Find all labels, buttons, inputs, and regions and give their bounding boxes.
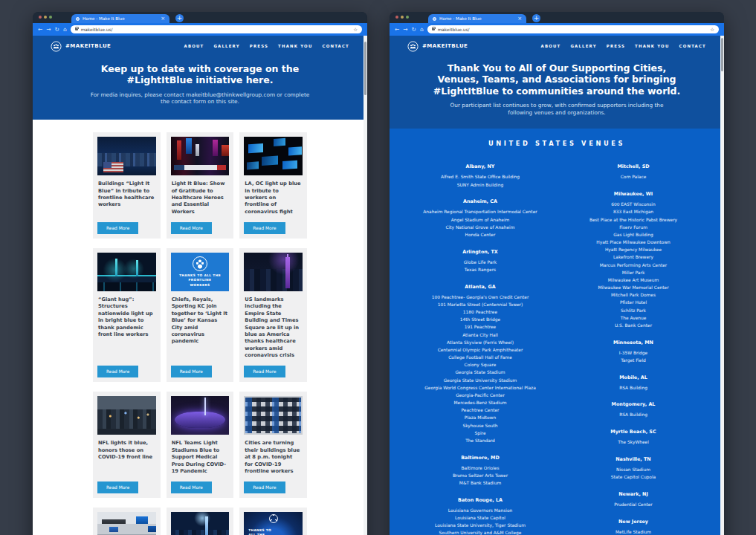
press-card: NYC landmarks to glow blueRead More xyxy=(93,508,161,535)
building-windows-image xyxy=(244,396,303,435)
nav-item-about[interactable]: ABOUT xyxy=(184,44,204,48)
city-group: Albany, NYAlfred E. Smith State Office B… xyxy=(410,163,550,188)
press-card: Light It Blue: Show of Gratitude to Heal… xyxy=(167,132,234,239)
venue-item: The Avenue xyxy=(563,316,703,322)
venue-item: Nissan Stadium xyxy=(563,467,703,473)
nav-item-gallery[interactable]: GALLERY xyxy=(570,44,596,48)
press-hero: Keep up to date with coverage on the #Li… xyxy=(33,56,367,120)
new-tab-button[interactable]: + xyxy=(175,14,184,22)
read-more-button[interactable]: Read More xyxy=(97,366,138,377)
frontline-workers-badge-icon xyxy=(193,256,207,271)
read-more-button[interactable]: Read More xyxy=(97,222,138,234)
city-name: Baton Rouge, LA xyxy=(410,497,550,503)
close-window-icon[interactable] xyxy=(395,16,398,19)
venue-item: Bromo Seltzer Arts Tower xyxy=(410,473,550,479)
new-tab-button[interactable]: + xyxy=(532,14,540,22)
home-icon[interactable]: ⌂ xyxy=(63,27,67,33)
venue-item: Southern University and A&M College xyxy=(410,531,550,535)
address-bar[interactable]: makeitblue.us/ ☆ xyxy=(427,25,719,33)
scrollbar-thumb[interactable] xyxy=(364,42,366,95)
venue-item: Schlitz Park xyxy=(563,308,703,314)
venue-item: 1180 Peachtree xyxy=(410,310,550,316)
site-nav: ABOUTGALLERYPRESSTHANK YOUCONTACT xyxy=(184,44,349,48)
city-name: Albany, NY xyxy=(410,163,550,169)
read-more-button[interactable]: Read More xyxy=(171,222,212,234)
article-title: “Giant hug”: Structures nationwide light… xyxy=(98,296,155,338)
nav-item-thank-you[interactable]: THANK YOU xyxy=(635,44,669,48)
venue-item: Atlanta Skyview (Ferris Wheel) xyxy=(410,340,550,346)
browser-tab[interactable]: Home - Make It Blue × xyxy=(71,14,169,23)
page-scrollbar[interactable] xyxy=(720,36,724,535)
nav-item-press[interactable]: PRESS xyxy=(607,44,625,48)
city-group: Myrtle Beach, SCThe SkyWheel xyxy=(563,429,703,446)
read-more-button[interactable]: Read More xyxy=(171,482,212,493)
tab-title: Home - Make It Blue xyxy=(83,16,125,21)
city-group: Newark, NJPrudential Center xyxy=(563,491,703,508)
city-group: New JerseyMetLife Stadium xyxy=(563,519,703,535)
city-name: Mobile, AL xyxy=(563,374,703,380)
forward-icon[interactable]: → xyxy=(46,27,51,33)
venue-item: Peachtree Center xyxy=(410,408,550,414)
site-logo[interactable]: #MAKEITBLUE xyxy=(407,41,468,52)
reload-icon[interactable]: ↻ xyxy=(55,27,59,33)
venue-item: Mitchell Park Domes xyxy=(563,293,703,299)
nav-item-about[interactable]: ABOUT xyxy=(541,44,561,48)
address-bar[interactable]: makeitblue.us/ ☆ xyxy=(71,25,362,33)
nav-item-gallery[interactable]: GALLERY xyxy=(213,44,239,48)
thankyou-hero-subtitle: Our participant list continues to grow, … xyxy=(445,102,668,117)
mercedes-stadium-image: THANKS TO ALL THE FRONTLINE WORKERS xyxy=(244,512,303,535)
zoom-window-icon[interactable] xyxy=(49,16,52,19)
venue-item: Plaza Midtown xyxy=(410,415,550,421)
nav-item-thank-you[interactable]: THANK YOU xyxy=(278,44,312,48)
page-viewport: #MAKEITBLUE ABOUTGALLERYPRESSTHANK YOUCO… xyxy=(390,36,724,535)
back-icon[interactable]: ← xyxy=(38,27,42,33)
browser-tab[interactable]: Home - Make It Blue × xyxy=(428,14,526,23)
close-window-icon[interactable] xyxy=(39,16,42,19)
forward-icon[interactable]: → xyxy=(403,27,407,33)
reload-icon[interactable]: ↻ xyxy=(412,27,416,33)
read-more-button[interactable]: Read More xyxy=(244,482,285,493)
tab-title: Home - Make It Blue xyxy=(439,16,482,21)
zoom-window-icon[interactable] xyxy=(406,16,409,19)
bookmark-star-icon[interactable]: ☆ xyxy=(710,27,714,33)
article-title: NFL Teams Light Stadiums Blue to Support… xyxy=(172,440,229,475)
minimize-window-icon[interactable] xyxy=(44,16,47,19)
venue-item: Lakefront Brewery xyxy=(563,255,703,261)
venue-item: Alfred E. Smith State Office Building xyxy=(410,175,550,181)
bookmark-star-icon[interactable]: ☆ xyxy=(353,27,358,33)
article-title: Chiefs, Royals, Sporting KC join togethe… xyxy=(172,296,229,346)
read-more-button[interactable]: Read More xyxy=(244,222,285,234)
venue-item: Anaheim Regional Transportation Intermod… xyxy=(410,210,550,215)
minimize-window-icon[interactable] xyxy=(401,16,404,19)
venue-item: The SkyWheel xyxy=(563,440,703,446)
read-more-button[interactable]: Read More xyxy=(244,366,285,377)
nyc-night-image xyxy=(171,512,230,535)
nav-item-contact[interactable]: CONTACT xyxy=(322,44,349,48)
traffic-light-buttons xyxy=(395,16,409,19)
venue-item: Georgia State University Stadium xyxy=(410,378,550,384)
site-nav: ABOUTGALLERYPRESSTHANK YOUCONTACT xyxy=(541,44,706,48)
venue-item: M&T Bank Stadium xyxy=(410,481,550,487)
back-icon[interactable]: ← xyxy=(395,27,399,33)
nav-item-contact[interactable]: CONTACT xyxy=(679,44,706,48)
nfl-skyline-image xyxy=(97,396,156,435)
site-logo[interactable]: #MAKEITBLUE xyxy=(51,41,111,52)
nav-item-press[interactable]: PRESS xyxy=(250,44,268,48)
scrollbar-thumb[interactable] xyxy=(721,38,723,71)
read-more-button[interactable]: Read More xyxy=(171,366,212,377)
venue-item: Milwaukee War Memorial Center xyxy=(563,285,703,291)
empire-state-image xyxy=(244,253,303,291)
window-titlebar: Home - Make It Blue × + xyxy=(33,12,367,23)
city-group: Baton Rouge, LALouisiana Governors Mansi… xyxy=(410,497,550,535)
press-card: “Giant hug”: Structures nationwide light… xyxy=(93,248,161,382)
kc-graphic-image: THANKS TO ALL THE FRONTLINE WORKERS xyxy=(171,253,230,291)
site-header: #MAKEITBLUE ABOUTGALLERYPRESSTHANK YOUCO… xyxy=(33,36,367,56)
read-more-button[interactable]: Read More xyxy=(97,482,138,493)
venue-item: Mercedes-Benz Stadium xyxy=(410,401,550,406)
favicon-icon xyxy=(76,17,80,21)
close-tab-icon[interactable]: × xyxy=(517,16,522,22)
page-scrollbar[interactable] xyxy=(364,36,367,535)
home-icon[interactable]: ⌂ xyxy=(420,27,424,33)
venue-item: Globe Life Park xyxy=(410,260,550,266)
close-tab-icon[interactable]: × xyxy=(161,16,165,22)
